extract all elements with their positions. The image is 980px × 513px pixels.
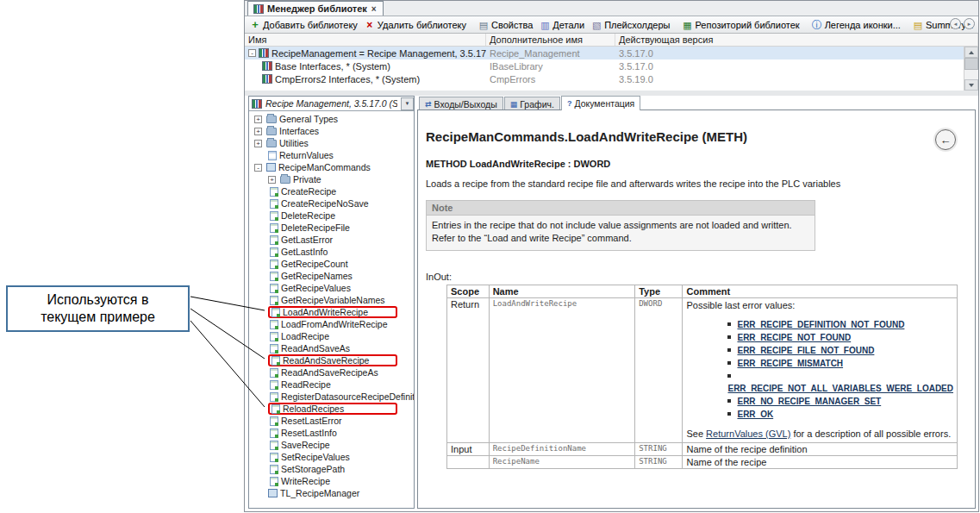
document-tab-strip: Менеджер библиотек × <box>245 1 978 16</box>
tree-item-loadfromandwriterecipe[interactable]: LoadFromAndWriteRecipe <box>249 318 414 330</box>
tree-item-returnvalues[interactable]: ReturnValues <box>249 149 414 161</box>
toolbar-button-details[interactable]: ▥Детали <box>536 19 588 31</box>
tree-item-loadrecipe[interactable]: LoadRecipe <box>249 330 414 342</box>
tree-item-resetlasterror[interactable]: ResetLastError <box>249 415 414 427</box>
back-button[interactable]: ← <box>935 129 956 150</box>
tab-label: Входы/Выходы <box>434 99 497 109</box>
tree-item-deleterecipefile[interactable]: DeleteRecipeFile <box>249 222 414 234</box>
scrollbar-thumb[interactable] <box>964 58 978 70</box>
tree-item-label: DeleteRecipeFile <box>281 222 350 233</box>
tree-node: SaveRecipe <box>268 440 332 450</box>
tree-item-writerecipe[interactable]: WriteRecipe <box>249 475 414 487</box>
tree-item-readandsaverecipe[interactable]: ReadAndSaveRecipe <box>249 354 414 366</box>
column-header-name[interactable]: Имя <box>245 34 486 46</box>
tree-node: Interfaces <box>265 126 321 136</box>
toolbar-button-delete-library[interactable]: ×Удалить библиотеку <box>361 19 470 31</box>
toolbar-button-label: Легенда иконки... <box>825 20 901 30</box>
tab-графич[interactable]: ▦Графич. <box>504 97 560 110</box>
expander-icon[interactable]: - <box>254 164 262 172</box>
column-header-alias[interactable]: Дополнительное имя <box>486 34 615 46</box>
tree-item-resetlastinfo[interactable]: ResetLastInfo <box>249 427 414 439</box>
tree-item-getrecipevalues[interactable]: GetRecipeValues <box>249 282 414 294</box>
library-row[interactable]: CmpErrors2 Interfaces, * (System)CmpErro… <box>245 72 964 85</box>
toolbar-button-placeholders[interactable]: ▧Плейсхолдеры <box>588 19 673 31</box>
tab-library-manager[interactable]: Менеджер библиотек × <box>247 1 384 16</box>
tree-item-interfaces[interactable]: +Interfaces <box>249 125 414 137</box>
tree-item-getlasterror[interactable]: GetLastError <box>249 234 414 246</box>
error-link[interactable]: ERR_OK <box>737 410 773 419</box>
library-icon <box>259 48 269 58</box>
library-icon <box>262 61 272 71</box>
tree-item-private[interactable]: +Private <box>249 173 414 185</box>
tree-item-getrecipevariablenames[interactable]: GetRecipeVariableNames <box>249 294 414 306</box>
scroll-down-button[interactable] <box>964 79 978 91</box>
expander-icon[interactable]: + <box>254 116 262 123</box>
tree-item-recipemancommands[interactable]: -RecipeManCommands <box>249 161 414 173</box>
tree-item-setstoragepath[interactable]: SetStoragePath <box>249 463 414 475</box>
library-selector-combo[interactable]: Recipe Management, 3.5.17.0 (System) ▼ <box>249 97 414 111</box>
tree-item-label: Interfaces <box>279 126 319 136</box>
tree-item-loadandwriterecipe[interactable]: LoadAndWriteRecipe <box>249 306 414 318</box>
toolbar-button-icon-legend[interactable]: ⓘЛегенда иконки... <box>808 19 904 31</box>
error-list-item: ERR_RECIPE_NOT_FOUND <box>727 331 953 344</box>
toolbar-button-properties[interactable]: ▤Свойства <box>475 19 536 31</box>
tree-item-label: LoadFromAndWriteRecipe <box>281 319 388 329</box>
returnvalues-link[interactable]: ReturnValues (GVL) <box>706 429 790 439</box>
tree-item-label: Utilities <box>279 138 309 148</box>
tree-item-setrecipevalues[interactable]: SetRecipeValues <box>249 451 414 463</box>
tree-item-createrecipe[interactable]: CreateRecipe <box>249 185 414 197</box>
expander-icon[interactable]: + <box>254 128 262 135</box>
expander-icon[interactable]: + <box>254 140 262 147</box>
library-row[interactable]: Base Interfaces, * (System)IBaseLibrary3… <box>245 59 964 72</box>
error-link[interactable]: ERR_NO_RECIPE_MANAGER_SET <box>737 397 881 406</box>
tab-входы-выходы[interactable]: ⇄Входы/Выходы <box>419 97 503 110</box>
tree-item-readandsaverecipeas[interactable]: ReadAndSaveRecipeAs <box>249 366 414 378</box>
tree-item-getlastinfo[interactable]: GetLastInfo <box>249 246 414 258</box>
see-line: See ReturnValues (GVL) for a description… <box>686 429 953 439</box>
tree-item-saverecipe[interactable]: SaveRecipe <box>249 439 414 451</box>
tree-node: CreateRecipeNoSave <box>268 198 371 209</box>
tree-item-getrecipecount[interactable]: GetRecipeCount <box>249 258 414 270</box>
scope-cell: Return <box>447 297 490 442</box>
nav-left-icon[interactable]: ◄ <box>950 18 961 29</box>
expander-icon[interactable]: - <box>248 49 256 57</box>
tree-item-readandsaveas[interactable]: ReadAndSaveAs <box>249 342 414 354</box>
toolbar-button-library-repository[interactable]: ▦Репозиторий библиотек <box>679 19 803 31</box>
error-link[interactable]: ERR_RECIPE_FILE_NOT_FOUND <box>737 346 874 355</box>
tree-item-reloadrecipes[interactable]: ReloadRecipes <box>249 403 414 415</box>
error-link[interactable]: ERR_RECIPE_DEFINITION_NOT_FOUND <box>737 320 904 329</box>
comment-cell: Possible last error values: ERR_RECIPE_D… <box>683 297 958 442</box>
tree-item-tl-recipemanager[interactable]: TL_RecipeManager <box>249 487 414 499</box>
tree-node: GetLastInfo <box>268 247 329 257</box>
vertical-scrollbar[interactable] <box>964 47 978 91</box>
inout-table: Scope Name Type Comment Return LoadAndWr… <box>446 285 958 469</box>
tree-item-general-types[interactable]: +General Types <box>249 113 414 125</box>
scroll-up-button[interactable] <box>964 47 978 58</box>
error-link[interactable]: ERR_RECIPE_MISMATCH <box>737 359 843 368</box>
chevron-down-icon[interactable]: ▼ <box>401 97 414 110</box>
tree-item-label: SaveRecipe <box>281 440 330 450</box>
tree-item-registerdatasourcerecipedefinition[interactable]: RegisterDatasourceRecipeDefinition <box>249 391 414 403</box>
error-link[interactable]: ERR_RECIPE_NOT_FOUND <box>737 333 851 342</box>
tree-node: CreateRecipe <box>268 186 338 197</box>
tree-node: DeleteRecipe <box>268 210 337 221</box>
toolbar-button-add-library[interactable]: +Добавить библиотеку <box>247 19 361 31</box>
expander-icon[interactable]: + <box>268 176 276 184</box>
highlight-box: ReloadRecipes <box>268 403 397 415</box>
library-icon <box>262 74 272 84</box>
tab-документация[interactable]: ?Документация <box>561 96 640 110</box>
library-name: RecipeManagement = Recipe Management, 3.… <box>272 48 486 59</box>
tree-item-readrecipe[interactable]: ReadRecipe <box>249 378 414 391</box>
close-icon[interactable]: × <box>371 4 378 14</box>
tree-item-getrecipenames[interactable]: GetRecipeNames <box>249 270 414 282</box>
tree-node: GetRecipeValues <box>268 283 353 293</box>
inout-label: InOut: <box>426 272 963 282</box>
error-link[interactable]: ERR_RECIPE_NOT_ALL_VARIABLES_WERE_LOADED <box>727 384 953 393</box>
nav-right-icon[interactable]: ► <box>964 18 975 29</box>
tree-item-createrecipenosave[interactable]: CreateRecipeNoSave <box>249 197 414 210</box>
library-row[interactable]: -RecipeManagement = Recipe Management, 3… <box>245 47 964 59</box>
tree-item-deleterecipe[interactable]: DeleteRecipe <box>249 210 414 222</box>
column-header-version[interactable]: Действующая версия <box>615 34 978 46</box>
tree-item-utilities[interactable]: +Utilities <box>249 137 414 149</box>
callout-text: Используются втекущем примере <box>41 291 155 326</box>
